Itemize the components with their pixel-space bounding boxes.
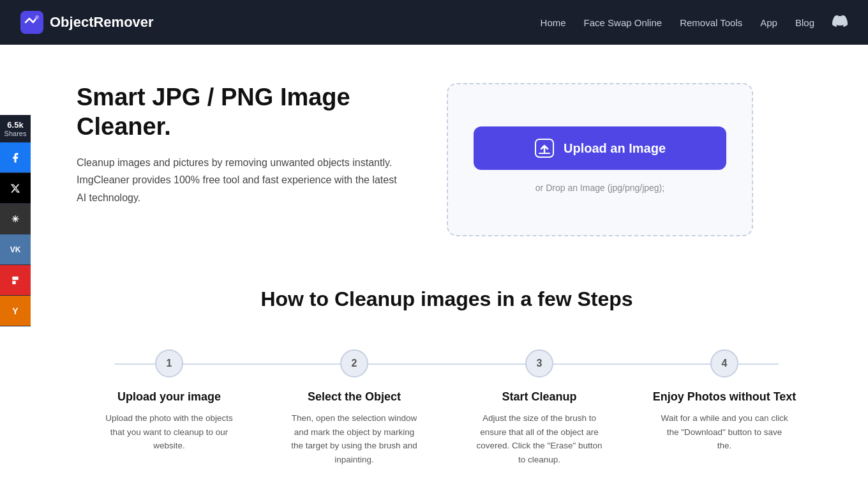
nav-face-swap[interactable]: Face Swap Online xyxy=(584,17,662,28)
nav-blog[interactable]: Blog xyxy=(795,17,814,28)
social-flipboard[interactable] xyxy=(0,265,31,296)
svg-point-1 xyxy=(35,15,39,19)
navbar: ObjectRemover Home Face Swap Online Remo… xyxy=(0,0,868,45)
step-3-title: Start Cleanup xyxy=(502,390,576,404)
hero-section: Smart JPG / PNG Image Cleaner. Cleanup i… xyxy=(77,83,817,236)
upload-button[interactable]: Upload an Image xyxy=(474,126,726,170)
steps-timeline: 1 Upload your image Upload the photo wit… xyxy=(77,349,817,466)
discord-icon[interactable] xyxy=(832,13,848,32)
steps-section: How to Cleanup images in a few Steps 1 U… xyxy=(77,287,817,466)
logo-text: ObjectRemover xyxy=(50,14,154,31)
svg-rect-0 xyxy=(20,11,43,34)
hero-text: Smart JPG / PNG Image Cleaner. Cleanup i… xyxy=(77,83,408,206)
step-2-title: Select the Object xyxy=(308,390,401,404)
step-4-desc: Wait for a while and you can click the "… xyxy=(661,411,788,453)
hero-title: Smart JPG / PNG Image Cleaner. xyxy=(77,83,408,141)
step-4-circle: 4 xyxy=(710,349,738,377)
step-3: 3 Start Cleanup Adjust the size of the b… xyxy=(447,349,632,466)
step-4-title: Enjoy Photos without Text xyxy=(653,390,797,404)
nav-removal-tools[interactable]: Removal Tools xyxy=(680,17,742,28)
hero-upload-area: Upload an Image or Drop an Image (jpg/pn… xyxy=(447,83,753,236)
nav-home[interactable]: Home xyxy=(541,17,566,28)
step-2-desc: Then, open the selection window and mark… xyxy=(290,411,418,466)
social-twitter[interactable] xyxy=(0,173,31,204)
main-content: Smart JPG / PNG Image Cleaner. Cleanup i… xyxy=(0,45,868,488)
step-1-circle: 1 xyxy=(155,349,183,377)
upload-hint: or Drop an Image (jpg/png/jpeg); xyxy=(535,183,664,193)
step-3-desc: Adjust the size of the brush to ensure t… xyxy=(475,411,603,466)
upload-button-label: Upload an Image xyxy=(564,141,666,156)
logo-icon xyxy=(20,11,43,34)
social-vk[interactable]: VK xyxy=(0,234,31,265)
social-yummly[interactable]: Y xyxy=(0,296,31,326)
steps-container: 1 Upload your image Upload the photo wit… xyxy=(77,349,817,466)
step-2-circle: 2 xyxy=(340,349,368,377)
step-1-title: Upload your image xyxy=(117,390,221,404)
upload-dropzone[interactable]: Upload an Image or Drop an Image (jpg/pn… xyxy=(447,83,753,236)
steps-title: How to Cleanup images in a few Steps xyxy=(77,287,817,311)
step-1-desc: Upload the photo with the objects that y… xyxy=(105,411,233,453)
hero-description: Cleanup images and pictures by removing … xyxy=(77,154,408,206)
upload-icon xyxy=(534,138,555,158)
nav-links: Home Face Swap Online Removal Tools App … xyxy=(541,13,848,32)
social-digg[interactable]: ✳ xyxy=(0,204,31,234)
step-4: 4 Enjoy Photos without Text Wait for a w… xyxy=(632,349,817,453)
step-2: 2 Select the Object Then, open the selec… xyxy=(262,349,447,466)
social-sidebar: 6.5k Shares ✳ VK Y xyxy=(0,115,31,326)
logo-link[interactable]: ObjectRemover xyxy=(20,11,154,34)
step-1: 1 Upload your image Upload the photo wit… xyxy=(77,349,262,453)
share-count: 6.5k Shares xyxy=(0,115,31,142)
social-facebook[interactable] xyxy=(0,142,31,173)
nav-app[interactable]: App xyxy=(760,17,777,28)
step-3-circle: 3 xyxy=(525,349,553,377)
